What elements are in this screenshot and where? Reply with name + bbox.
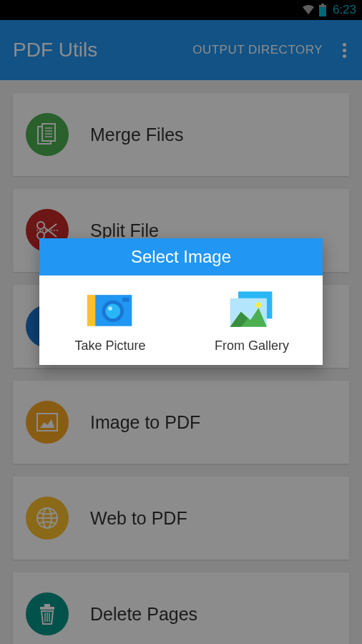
svg-rect-26 [122, 298, 129, 302]
option-label: From Gallery [215, 338, 289, 353]
from-gallery-option[interactable]: From Gallery [181, 290, 323, 353]
svg-point-29 [108, 306, 112, 311]
take-picture-option[interactable]: Take Picture [39, 290, 181, 353]
camera-icon [84, 290, 136, 330]
option-label: Take Picture [74, 338, 145, 353]
dialog-body: Take Picture From Gallery [39, 275, 323, 365]
svg-point-35 [256, 303, 262, 308]
gallery-icon [226, 290, 278, 330]
select-image-dialog: Select Image Take Picture [39, 238, 323, 365]
svg-rect-24 [87, 295, 95, 326]
svg-point-28 [105, 303, 120, 318]
dialog-title: Select Image [39, 238, 323, 275]
